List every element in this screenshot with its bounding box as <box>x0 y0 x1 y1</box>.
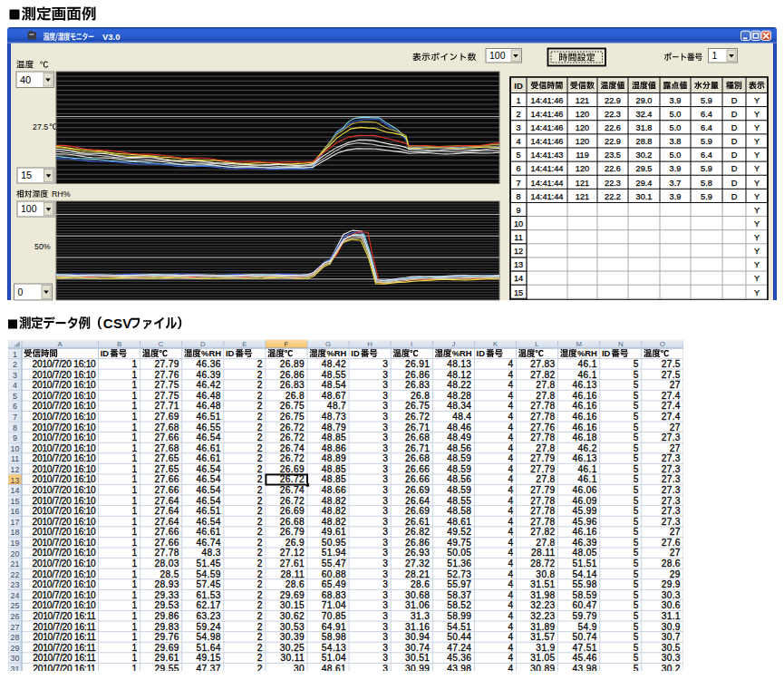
svg-text:14:41:46: 14:41:46 <box>531 110 564 119</box>
svg-text:27.78: 27.78 <box>530 412 555 422</box>
svg-text:6.4: 6.4 <box>701 123 712 132</box>
svg-text:120: 120 <box>576 110 589 119</box>
svg-text:1: 1 <box>132 600 138 610</box>
svg-text:30.3: 30.3 <box>662 653 681 663</box>
svg-text:Y: Y <box>754 219 760 228</box>
svg-text:3.9: 3.9 <box>670 192 682 201</box>
svg-text:3: 3 <box>382 401 388 411</box>
svg-text:30.25: 30.25 <box>280 643 305 653</box>
svg-text:5: 5 <box>634 464 639 474</box>
svg-text:3: 3 <box>382 622 388 632</box>
svg-text:8: 8 <box>516 192 520 201</box>
svg-text:46.51: 46.51 <box>197 412 221 422</box>
svg-text:5: 5 <box>634 569 639 579</box>
svg-text:31.9: 31.9 <box>536 643 555 653</box>
svg-text:1: 1 <box>132 611 138 621</box>
svg-text:48.79: 48.79 <box>322 423 346 432</box>
svg-text:2: 2 <box>257 485 263 495</box>
svg-text:1: 1 <box>132 622 138 632</box>
svg-text:5.0: 5.0 <box>670 151 682 160</box>
svg-text:2010/7/20 16:10: 2010/7/20 16:10 <box>33 548 96 558</box>
svg-text:60.47: 60.47 <box>572 600 596 610</box>
svg-text:26.74: 26.74 <box>280 485 305 495</box>
svg-text:27.78: 27.78 <box>530 496 555 506</box>
svg-text:6: 6 <box>13 402 17 411</box>
svg-text:ID: ID <box>477 348 486 358</box>
svg-text:30.2: 30.2 <box>636 151 653 160</box>
svg-text:7: 7 <box>13 413 17 422</box>
svg-text:27: 27 <box>670 443 681 453</box>
svg-text:46.54: 46.54 <box>197 432 221 442</box>
svg-text:27.82: 27.82 <box>530 370 555 380</box>
svg-text:27.3: 27.3 <box>662 506 681 516</box>
svg-text:46.61: 46.61 <box>197 527 221 537</box>
svg-text:4: 4 <box>508 643 513 653</box>
svg-text:23.5: 23.5 <box>605 151 621 160</box>
svg-text:46.39: 46.39 <box>572 538 596 548</box>
svg-text:24: 24 <box>11 591 20 600</box>
svg-text:1: 1 <box>132 359 138 369</box>
svg-text:48.59: 48.59 <box>447 453 471 463</box>
svg-text:46.54: 46.54 <box>197 517 221 527</box>
svg-text:48.42: 48.42 <box>322 359 346 369</box>
svg-text:5: 5 <box>634 548 639 558</box>
svg-text:ID: ID <box>351 348 360 358</box>
svg-text:46.09: 46.09 <box>572 496 596 506</box>
svg-text:30.53: 30.53 <box>280 622 305 632</box>
svg-text:48.85: 48.85 <box>322 432 346 442</box>
svg-text:1: 1 <box>132 412 138 422</box>
svg-text:27.3: 27.3 <box>662 474 681 484</box>
svg-text:4: 4 <box>508 548 513 558</box>
svg-text:120: 120 <box>576 164 589 173</box>
svg-text:46.1: 46.1 <box>577 464 596 474</box>
svg-text:4: 4 <box>508 590 513 600</box>
svg-text:15: 15 <box>11 497 20 506</box>
svg-text:27.8: 27.8 <box>536 443 555 453</box>
svg-text:1: 1 <box>132 474 138 484</box>
svg-text:3: 3 <box>382 485 388 495</box>
svg-text:46.74: 46.74 <box>197 538 221 548</box>
svg-text:4: 4 <box>508 443 513 453</box>
svg-text:5: 5 <box>634 391 639 401</box>
svg-text:58.98: 58.98 <box>322 632 346 642</box>
svg-text:29: 29 <box>670 569 681 579</box>
svg-text:65.49: 65.49 <box>322 579 346 589</box>
svg-text:30.51: 30.51 <box>405 653 430 663</box>
svg-text:30.9: 30.9 <box>662 622 681 632</box>
svg-text:2010/7/20 16:11: 2010/7/20 16:11 <box>33 622 96 632</box>
svg-text:3: 3 <box>382 359 388 369</box>
svg-text:1: 1 <box>132 527 138 537</box>
svg-text:46.48: 46.48 <box>197 401 221 411</box>
svg-text:4: 4 <box>508 370 513 380</box>
svg-text:48.22: 48.22 <box>447 380 471 390</box>
svg-text:26.69: 26.69 <box>405 485 430 495</box>
svg-text:14:41:46: 14:41:46 <box>531 96 564 105</box>
svg-text:27.8: 27.8 <box>536 474 555 484</box>
svg-text:26.72: 26.72 <box>280 496 305 506</box>
svg-text:3: 3 <box>382 453 388 463</box>
svg-text:1: 1 <box>132 538 138 548</box>
svg-text:5.9: 5.9 <box>701 164 712 173</box>
svg-text:22.3: 22.3 <box>605 179 621 188</box>
svg-text:49.52: 49.52 <box>447 527 471 537</box>
svg-text:D: D <box>731 151 738 160</box>
svg-text:0: 0 <box>18 287 24 297</box>
svg-text:28.21: 28.21 <box>405 569 430 579</box>
svg-text:46.06: 46.06 <box>572 485 596 495</box>
svg-text:48.82: 48.82 <box>322 496 346 506</box>
svg-text:48.56: 48.56 <box>447 474 471 484</box>
svg-text:%RH: %RH <box>201 348 221 358</box>
svg-text:15: 15 <box>21 170 32 180</box>
svg-text:26.69: 26.69 <box>280 506 305 516</box>
svg-text:5: 5 <box>634 622 639 632</box>
svg-text:4: 4 <box>508 527 513 537</box>
svg-text:1: 1 <box>132 432 138 442</box>
svg-text:M: M <box>576 340 582 348</box>
svg-text:28: 28 <box>11 633 20 642</box>
svg-text:27.3: 27.3 <box>662 453 681 463</box>
svg-text:48.4: 48.4 <box>452 412 471 422</box>
svg-text:46.1: 46.1 <box>577 370 596 380</box>
svg-text:21: 21 <box>11 559 20 568</box>
svg-text:6.4: 6.4 <box>701 151 712 160</box>
svg-text:119: 119 <box>576 151 589 160</box>
